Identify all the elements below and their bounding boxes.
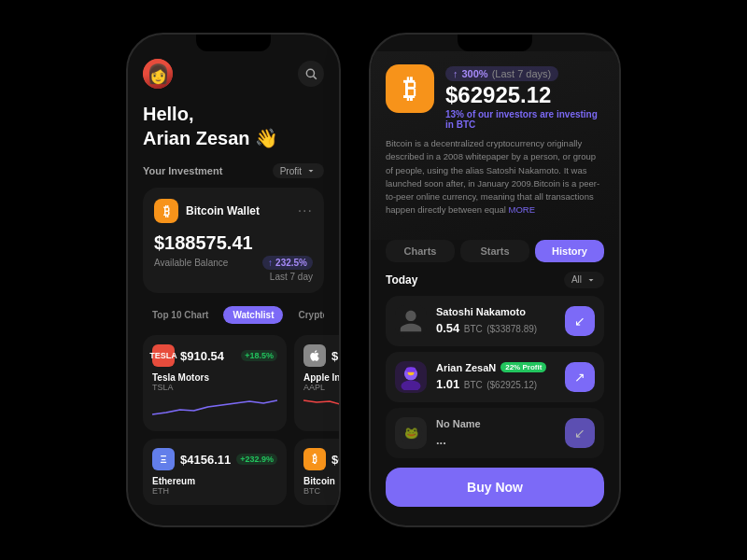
tabs-row: Top 10 Chart Watchlist Cryptocurrency Al…	[143, 306, 324, 324]
noname-name: No Name	[436, 418, 481, 429]
apple-sparkline	[303, 396, 339, 422]
buy-now-container: Buy Now	[371, 458, 619, 507]
arrow-up-icon: ↑	[268, 258, 273, 268]
wallet-menu[interactable]: ···	[298, 203, 313, 219]
profit-pill: 22% Profit	[500, 362, 546, 372]
profit-badge[interactable]: Profit	[273, 163, 324, 178]
assets-grid: TESLA $910.54 +18.5% Tesla Motors TSLA	[143, 335, 324, 505]
btc-icon-large: ₿	[386, 64, 434, 113]
change-badge: ↑ 232.5%	[262, 256, 313, 270]
tab-watchlist[interactable]: Watchlist	[223, 306, 283, 324]
btc-icon-card: ₿	[303, 448, 326, 470]
left-phone: Hello, Arian Zesan 👋 Your Investment Pro…	[126, 33, 341, 527]
avatar[interactable]	[143, 59, 173, 89]
history-item-arian[interactable]: Arian ZesaN 22% Profit 1.01 BTC ($62925.…	[386, 352, 604, 402]
arian-currency: BTC	[464, 380, 483, 390]
btc-ticker: BTC	[303, 486, 339, 496]
notch-left	[196, 35, 271, 51]
asset-card-btc[interactable]: ₿ $62925.1 +300% Bitcoin BTC	[294, 439, 339, 505]
noname-avatar: 🐸	[395, 417, 427, 449]
btc-price-left: $62925.1	[331, 453, 339, 467]
history-list: Satoshi Nakamoto 0.54 BTC ($33878.89) ↙	[371, 296, 619, 458]
history-header: Today All	[371, 272, 619, 296]
asset-card-apple[interactable]: $148.32 -1.6% Apple Inc. AAPL	[294, 335, 339, 431]
noname-arrow-icon: ↙	[574, 426, 585, 441]
tab-starts[interactable]: Starts	[460, 240, 529, 262]
sell-arrow-icon: ↗	[574, 370, 585, 385]
tab-crypto[interactable]: Cryptocurrency	[289, 306, 324, 324]
gain-badge: ↑ 300% (Last 7 days)	[445, 66, 558, 81]
history-item-satoshi[interactable]: Satoshi Nakamoto 0.54 BTC ($33878.89) ↙	[386, 296, 604, 346]
tesla-sparkline	[152, 396, 277, 422]
btc-main-price: $62925.12	[445, 84, 604, 106]
eth-price: $4156.11	[180, 453, 231, 467]
buy-now-button[interactable]: Buy Now	[386, 468, 604, 507]
wallet-card: ₿ Bitcoin Wallet ··· $188575.41 Availabl…	[143, 188, 324, 293]
noname-action-btn[interactable]: ↙	[565, 418, 595, 448]
arian-name: Arian ZesaN	[436, 362, 496, 373]
period-text: Last 7 day	[270, 272, 313, 282]
eth-change: +232.9%	[236, 454, 277, 465]
apple-price: $148.32	[331, 349, 339, 363]
arian-action-btn[interactable]: ↗	[565, 362, 595, 392]
right-tabs: Charts Starts History	[371, 240, 619, 272]
noname-amount: ...	[436, 433, 446, 447]
satoshi-avatar	[395, 305, 427, 337]
all-filter[interactable]: All	[564, 272, 604, 288]
tab-charts[interactable]: Charts	[386, 240, 455, 262]
btc-icon-small: ₿	[154, 199, 178, 223]
tesla-name: Tesla Motors	[152, 372, 277, 383]
tab-top10[interactable]: Top 10 Chart	[143, 306, 218, 324]
eth-icon: Ξ	[152, 448, 175, 470]
investor-text: 13% of our investors are investing in BT…	[445, 109, 604, 130]
tesla-ticker: TSLA	[152, 383, 277, 392]
left-header	[143, 59, 324, 89]
apple-name: Apple Inc.	[303, 372, 339, 383]
apple-icon	[303, 344, 326, 367]
svg-text:🐸: 🐸	[404, 426, 419, 441]
eth-name: Ethereum	[152, 476, 277, 486]
tesla-icon: TESLA	[152, 344, 175, 367]
btc-name: Bitcoin	[303, 476, 339, 486]
arian-amount: 1.01	[436, 377, 459, 391]
tab-history[interactable]: History	[535, 240, 604, 262]
btc-hero: ₿ ↑ 300% (Last 7 days) $62925.12 13% of …	[371, 51, 619, 240]
investment-label: Your Investment	[143, 165, 222, 176]
tesla-price: $910.54	[180, 349, 224, 363]
satoshi-usd: ($33878.89)	[486, 324, 537, 334]
btc-description: Bitcoin is a decentralized cryptocurrenc…	[386, 137, 604, 217]
svg-rect-5	[406, 367, 416, 371]
svg-line-1	[314, 77, 317, 79]
more-link[interactable]: MORE	[509, 204, 536, 215]
history-today-label: Today	[386, 273, 417, 287]
apple-ticker: AAPL	[303, 383, 339, 392]
tesla-change: +18.5%	[241, 350, 277, 361]
buy-arrow-icon: ↙	[574, 314, 585, 329]
balance-amount: $188575.41	[154, 232, 313, 254]
svg-point-0	[306, 69, 314, 77]
greeting: Hello, Arian Zesan 👋	[143, 102, 324, 150]
balance-label: Available Balance	[154, 258, 228, 268]
satoshi-name: Satoshi Nakamoto	[436, 306, 526, 317]
svg-point-3	[402, 380, 421, 390]
asset-card-tesla[interactable]: TESLA $910.54 +18.5% Tesla Motors TSLA	[143, 335, 287, 431]
satoshi-currency: BTC	[464, 324, 483, 334]
wallet-name: Bitcoin Wallet	[186, 204, 260, 217]
satoshi-action-btn[interactable]: ↙	[565, 306, 595, 336]
right-phone: ₿ ↑ 300% (Last 7 days) $62925.12 13% of …	[369, 33, 621, 527]
eth-ticker: ETH	[152, 486, 277, 496]
search-button[interactable]	[298, 61, 324, 87]
arian-usd: ($62925.12)	[486, 380, 537, 390]
notch-right	[458, 35, 532, 51]
asset-card-eth[interactable]: Ξ $4156.11 +232.9% Ethereum ETH	[143, 439, 287, 505]
investment-header: Your Investment Profit	[143, 163, 324, 178]
satoshi-amount: 0.54	[436, 321, 459, 335]
arian-avatar	[395, 361, 427, 393]
history-item-noname[interactable]: 🐸 No Name ... ↙	[386, 408, 604, 458]
